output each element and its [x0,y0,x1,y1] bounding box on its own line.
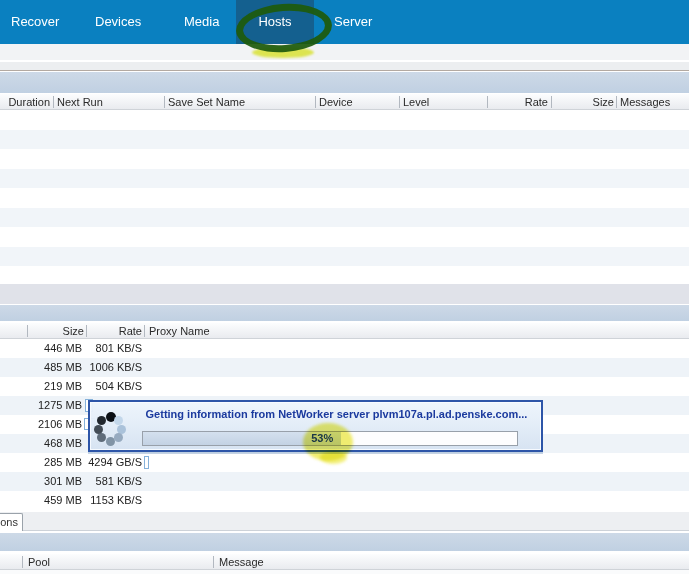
nav-tab-hosts-label: Hosts [258,14,291,29]
group-band-bottom [0,532,689,551]
group-band-top [0,71,689,93]
col-proxy-rate[interactable]: Rate [88,325,142,338]
toolbar-band [0,44,689,71]
size-cell: 459 MB [0,491,82,510]
size-cell: 468 MB [0,434,82,453]
nav-tab-devices[interactable]: Devices [95,0,141,44]
busy-spinner-icon [93,406,137,450]
progress-dialog: Getting information from NetWorker serve… [88,400,543,452]
alerts-table-body [0,570,689,574]
rate-cell: 581 KB/S [85,472,142,491]
col-save-set-name[interactable]: Save Set Name [168,96,245,109]
table-row[interactable]: 219 MB 504 KB/S [0,377,689,396]
col-next-run[interactable]: Next Run [57,96,103,109]
col-rate[interactable]: Rate [490,96,548,109]
size-cell: 219 MB [0,377,82,396]
proxy-table-header: Size Rate Proxy Name [0,322,689,339]
table-row[interactable]: 446 MB 801 KB/S [0,339,689,358]
dialog-title: Getting information from NetWorker serve… [142,408,531,420]
rate-cell: 801 KB/S [85,339,142,358]
col-duration[interactable]: Duration [0,96,50,109]
table-row[interactable]: 485 MB 1006 KB/S [0,358,689,377]
tab-sessions-truncated[interactable]: ions [0,513,23,531]
rate-cell: 504 KB/S [85,377,142,396]
col-messages[interactable]: Messages [620,96,670,109]
col-pool[interactable]: Pool [28,556,50,569]
networker-console-window: Hosts Recover Devices Media Server Durat… [0,0,689,574]
nav-tab-server-label: Server [334,14,372,29]
col-message[interactable]: Message [219,556,264,569]
alerts-table-header: Pool Message [0,553,689,570]
col-device[interactable]: Device [319,96,353,109]
size-cell: 301 MB [0,472,82,491]
nav-tab-media[interactable]: Media [184,0,219,44]
progress-bar: 53% [142,431,518,446]
nav-tab-media-label: Media [184,14,219,29]
nav-tab-server[interactable]: Server [334,0,372,44]
top-nav-bar: Hosts Recover Devices Media Server [0,0,689,44]
sessions-table-body[interactable] [0,110,689,283]
sessions-table-header: Duration Next Run Save Set Name Device L… [0,93,689,110]
nav-tab-recover-label: Recover [11,14,59,29]
size-cell: 485 MB [0,358,82,377]
section-divider [0,283,689,304]
nav-tab-recover[interactable]: Recover [11,0,59,44]
rate-cell: 1153 KB/S [85,491,142,510]
rate-cell: 4294 GB/S [85,453,142,472]
rate-cell: 1006 KB/S [85,358,142,377]
progress-percent-label: 53% [311,432,333,445]
col-level[interactable]: Level [403,96,429,109]
nav-tab-devices-label: Devices [95,14,141,29]
size-cell: 1275 MB [0,396,82,415]
table-row[interactable]: 459 MB 1153 KB/S [0,491,689,510]
col-size[interactable]: Size [554,96,614,109]
table-row[interactable]: 301 MB 581 KB/S [0,472,689,491]
table-row[interactable]: 285 MB 4294 GB/S [0,453,689,472]
group-band-middle [0,304,689,321]
nav-tab-hosts[interactable]: Hosts [236,0,314,44]
col-proxy-name[interactable]: Proxy Name [149,325,210,338]
size-cell: 446 MB [0,339,82,358]
size-cell: 285 MB [0,453,82,472]
col-proxy-size[interactable]: Size [28,325,84,338]
cell-cursor [144,456,149,469]
size-cell: 2106 MB [0,415,82,434]
bottom-tab-strip: ions [0,512,689,531]
